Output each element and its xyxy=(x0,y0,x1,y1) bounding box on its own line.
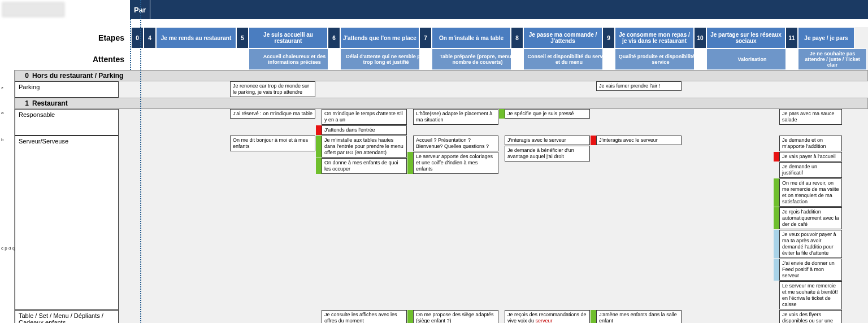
note-card: Le serveur me remercie et me souhaite à … xyxy=(774,281,842,309)
stage-title: J'attends que l'on me place xyxy=(340,27,419,49)
note-card: Je vois des flyers disponibles ou sur un… xyxy=(774,310,842,323)
note-card: Je rçois l'addition automatiquement avec… xyxy=(774,207,842,229)
attente-text: Conseil et disponibilité du serveur et d… xyxy=(523,49,615,70)
note-text: J'ai réservé : on m'indique ma table xyxy=(230,109,315,119)
stage-number: 0 xyxy=(131,27,144,49)
note-card: J'interagis avec le serveur xyxy=(499,136,590,145)
note-text: Je reçois des recommandations de vive vo… xyxy=(505,310,590,323)
note-card: On me dit au revoir, on me remercie de m… xyxy=(774,178,842,207)
note-text: J'ai envie de donner un Feed positif à m… xyxy=(779,259,842,281)
note-card: Je spécifie que je suis pressé xyxy=(499,109,590,119)
stage-number: 11 xyxy=(785,27,798,49)
note-text: Je veux pouvoir payer à ma ta après avoi… xyxy=(779,230,842,258)
note-card: Je vais fumer prendre l'air ! xyxy=(591,81,682,91)
note-text: Je demande à bénéficier d'un avantage au… xyxy=(505,146,590,162)
note-tag xyxy=(774,230,779,258)
stage-title: Je partage sur les réseaux sociaux xyxy=(706,27,785,49)
note-tag xyxy=(774,310,779,323)
note-tag xyxy=(774,136,779,151)
note-tag xyxy=(774,152,779,162)
note-tag xyxy=(774,281,779,309)
stage-number: 10 xyxy=(694,27,706,49)
note-tag xyxy=(316,125,322,135)
note-tag xyxy=(591,310,596,323)
stage-title: Je passe ma commande / J'attends xyxy=(523,27,602,49)
note-card: Je veux pouvoir payer à ma ta après avoi… xyxy=(774,230,842,258)
note-tag xyxy=(774,207,779,229)
note-tag xyxy=(224,109,230,119)
stage-title: Je consomme mon repas / je vis dans le r… xyxy=(615,27,694,49)
note-card: On me propose des siège adaptés (siège e… xyxy=(407,310,498,323)
note-tag xyxy=(407,310,413,323)
note-text: On m'indique le temps d'attente s'il y e… xyxy=(322,109,407,125)
stage-number: 8 xyxy=(511,27,523,49)
note-text: Je spécifie que je suis pressé xyxy=(505,109,590,119)
note-text: On me propose des siège adaptés (siège e… xyxy=(413,310,498,323)
note-tag xyxy=(224,81,230,97)
section-header: 1Restaurant xyxy=(15,98,868,109)
note-text: On donne à mes enfants de quoi les occup… xyxy=(322,158,407,174)
top-bar: Par xyxy=(0,0,868,19)
stage-number: 4 xyxy=(144,27,156,49)
note-tag xyxy=(316,158,322,174)
note-card: Je demande à bénéficier d'un avantage au… xyxy=(499,146,590,162)
note-tag xyxy=(407,152,413,174)
note-card: Je m'installe aux tables hautes dans l'e… xyxy=(316,136,407,158)
note-tag xyxy=(316,109,322,125)
note-text: J'amène mes enfants dans la salle enfant xyxy=(596,310,682,323)
par-cell: Par xyxy=(130,0,150,19)
note-tag xyxy=(774,259,779,281)
note-tag xyxy=(499,109,505,119)
attente-text xyxy=(156,49,249,70)
note-text: Je demande un justificatif xyxy=(779,162,842,178)
blurred-area xyxy=(2,2,64,17)
stage-title: Je paye / je pars xyxy=(798,27,854,49)
row-label: Parking xyxy=(15,81,119,98)
note-card: J'ai envie de donner un Feed positif à m… xyxy=(774,259,842,281)
note-card: On donne à mes enfants de quoi les occup… xyxy=(316,158,407,174)
note-text: Je vais fumer prendre l'air ! xyxy=(596,81,682,91)
note-card: J'amène mes enfants dans la salle enfant xyxy=(591,310,682,323)
attente-text: Valorisation xyxy=(706,49,798,70)
note-card: Le serveur apporte des coloriages et une… xyxy=(407,152,498,174)
note-text: Je consulte les affiches avec les offres… xyxy=(322,310,407,323)
attentes-label: Attentes xyxy=(0,49,130,70)
note-text: On me dit au revoir, on me remercie de m… xyxy=(779,178,842,207)
note-tag xyxy=(774,109,779,125)
stage-number: 9 xyxy=(602,27,615,49)
row-id: c p d q r xyxy=(0,245,14,312)
note-text: Je pars avec ma sauce salade xyxy=(779,109,842,125)
grid-row: Table / Set / Menu / Dépliants / Cadeaux… xyxy=(15,310,868,323)
note-text: Je renonce car trop de monde sur le park… xyxy=(230,81,315,97)
note-text: Le serveur apporte des coloriages et une… xyxy=(413,152,498,174)
note-tag xyxy=(407,109,413,125)
note-card: Je reçois des recommandations de vive vo… xyxy=(499,310,590,323)
grid-row: ParkingJe renonce car trop de monde sur … xyxy=(15,81,868,98)
attente-text: Qualité produite et disponibilité du ser… xyxy=(615,49,706,70)
note-tag xyxy=(591,136,596,145)
attente-text: Table préparée (propre, menus, nombre de… xyxy=(432,49,523,70)
note-text: Je vais payer à l'accueil xyxy=(779,152,842,162)
row-id: z xyxy=(0,84,14,98)
etapes-label: Etapes xyxy=(0,27,130,49)
note-card: On me dit bonjour à moi et à mes enfants xyxy=(224,136,315,151)
attente-text: Délai d'attente qui ne semble pas trop l… xyxy=(340,49,432,70)
note-tag xyxy=(774,162,779,178)
stage-number: 5 xyxy=(236,27,249,49)
attente-text: Accueil chaleureux et des informations p… xyxy=(249,49,340,70)
stage-number: 6 xyxy=(328,27,340,49)
note-card: L'hôte(sse) adapte le placement à ma sit… xyxy=(407,109,498,125)
note-text: L'hôte(sse) adapte le placement à ma sit… xyxy=(413,109,498,125)
note-text: J'interagis avec le serveur xyxy=(505,136,590,145)
row-id: b xyxy=(0,136,14,245)
grid-row: Serveur/ServeuseOn me dit bonjour à moi … xyxy=(15,136,868,310)
note-card: Je consulte les affiches avec les offres… xyxy=(316,310,407,323)
note-card: Je vais payer à l'accueil xyxy=(774,152,842,162)
attente-text: Je ne souhaite pas attendre / juste / Ti… xyxy=(798,49,867,70)
note-text: Je m'installe aux tables hautes dans l'e… xyxy=(322,136,407,158)
note-card: Je renonce car trop de monde sur le park… xyxy=(224,81,315,97)
note-tag xyxy=(499,310,505,323)
note-card: J'ai réservé : on m'indique ma table xyxy=(224,109,315,119)
row-label: Serveur/Serveuse xyxy=(15,136,119,310)
note-card: J'interagis avec le serveur xyxy=(591,136,682,145)
